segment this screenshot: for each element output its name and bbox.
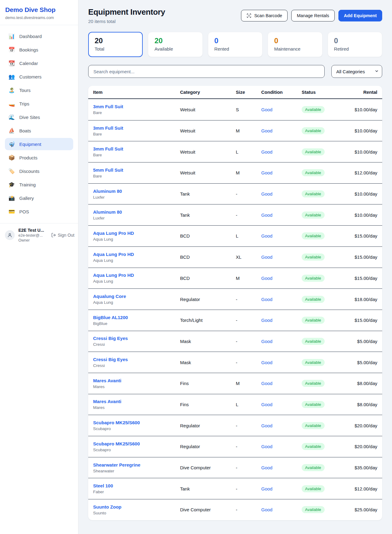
user-name: E2E Test U...: [18, 228, 47, 233]
sign-out-button[interactable]: Sign Out: [51, 233, 74, 238]
item-name-link[interactable]: Aluminum 80: [93, 209, 122, 215]
table-row: Aqua Lung Pro HD Aqua Lung BCD L Good Av…: [88, 225, 382, 246]
category-cell: Wetsuit: [180, 170, 236, 175]
size-cell: M: [236, 381, 261, 386]
status-cell: Available: [302, 254, 348, 261]
scan-barcode-button[interactable]: Scan Barcode: [241, 10, 288, 21]
nav-item-label: Customers: [19, 74, 42, 79]
size-cell: -: [236, 360, 261, 365]
item-name-link[interactable]: Aluminum 80: [93, 189, 122, 194]
item-brand: Scubapro: [93, 426, 180, 431]
brand-title[interactable]: Demo Dive Shop: [5, 6, 73, 13]
item-name-link[interactable]: Steel 100: [93, 483, 113, 488]
item-name-link[interactable]: Scubapro MK25/S600: [93, 420, 140, 425]
sidebar-item[interactable]: 📆 Calendar: [5, 57, 73, 69]
stat-card[interactable]: 20 Available: [148, 32, 202, 57]
item-name-link[interactable]: 3mm Full Suit: [93, 125, 123, 131]
manage-rentals-button[interactable]: Manage Rentals: [291, 10, 335, 21]
stat-card[interactable]: 0 Retired: [328, 32, 382, 57]
sidebar-item[interactable]: 📸 Gallery: [5, 192, 73, 204]
stat-card[interactable]: 0 Rented: [208, 32, 262, 57]
rental-cell: $5.00/day: [348, 360, 377, 365]
condition-cell: Good: [261, 339, 302, 344]
app-window: Demo Dive Shop demo.test.divestreams.com…: [0, 0, 392, 534]
condition-link[interactable]: Good: [261, 381, 273, 386]
condition-link[interactable]: Good: [261, 360, 273, 365]
condition-link[interactable]: Good: [261, 170, 273, 175]
item-name-link[interactable]: Cressi Big Eyes: [93, 357, 128, 362]
item-name-link[interactable]: Cressi Big Eyes: [93, 336, 128, 341]
stat-card[interactable]: 20 Total: [88, 32, 143, 57]
item-name-link[interactable]: Mares Avanti: [93, 378, 121, 383]
sidebar-item[interactable]: 🚤 Trips: [5, 97, 73, 110]
item-name-link[interactable]: 5mm Full Suit: [93, 167, 123, 173]
item-brand: Scubapro: [93, 448, 180, 452]
condition-link[interactable]: Good: [261, 233, 273, 238]
sidebar-item[interactable]: 💳 POS: [5, 205, 73, 218]
condition-link[interactable]: Good: [261, 254, 273, 260]
size-cell: -: [236, 486, 261, 491]
item-name-link[interactable]: Aqua Lung Pro HD: [93, 252, 134, 257]
nav-item-label: Tours: [19, 88, 31, 93]
item-name-link[interactable]: Mares Avanti: [93, 399, 121, 404]
condition-link[interactable]: Good: [261, 191, 273, 196]
size-cell: -: [236, 444, 261, 449]
condition-link[interactable]: Good: [261, 339, 273, 344]
status-badge: Available: [302, 254, 325, 261]
condition-link[interactable]: Good: [261, 297, 273, 302]
sidebar-item[interactable]: 👥 Customers: [5, 71, 73, 83]
condition-link[interactable]: Good: [261, 276, 273, 281]
scan-barcode-label: Scan Barcode: [254, 13, 282, 18]
status-cell: Available: [302, 127, 348, 134]
condition-link[interactable]: Good: [261, 465, 273, 470]
condition-link[interactable]: Good: [261, 318, 273, 323]
item-name-link[interactable]: Shearwater Peregrine: [93, 462, 140, 467]
sidebar-item[interactable]: 🤿 Equipment: [5, 138, 73, 150]
search-input[interactable]: [88, 65, 325, 78]
condition-link[interactable]: Good: [261, 402, 273, 407]
status-cell: Available: [302, 296, 348, 303]
status-cell: Available: [302, 106, 348, 113]
item-name-link[interactable]: Suunto Zoop: [93, 504, 121, 509]
sidebar-item[interactable]: 📊 Dashboard: [5, 30, 73, 42]
stat-card[interactable]: 0 Maintenance: [268, 32, 322, 57]
condition-cell: Good: [261, 233, 302, 238]
sidebar-item[interactable]: 📅 Bookings: [5, 44, 73, 56]
item-name-link[interactable]: 3mm Full Suit: [93, 146, 123, 151]
condition-link[interactable]: Good: [261, 128, 273, 133]
sidebar-item[interactable]: 🎓 Training: [5, 178, 73, 191]
condition-link[interactable]: Good: [261, 423, 273, 428]
nav-item-label: Calendar: [19, 61, 38, 66]
item-brand: Suunto: [93, 511, 180, 515]
table-row: Scubapro MK25/S600 Scubapro Regulator - …: [88, 436, 382, 457]
sidebar-item[interactable]: 🏝️ Tours: [5, 84, 73, 96]
sidebar-item[interactable]: 📦 Products: [5, 151, 73, 164]
item-name-link[interactable]: Aqualung Core: [93, 294, 126, 299]
sidebar-item[interactable]: 🌊 Dive Sites: [5, 111, 73, 123]
condition-link[interactable]: Good: [261, 486, 273, 491]
condition-link[interactable]: Good: [261, 107, 273, 112]
item-name-link[interactable]: Aqua Lung Pro HD: [93, 273, 134, 278]
table-row: Aluminum 80 Luxfer Tank - Good Available…: [88, 183, 382, 204]
sidebar-item[interactable]: 🏷️ Discounts: [5, 165, 73, 177]
item-name-link[interactable]: BigBlue AL1200: [93, 315, 128, 320]
item-cell: Steel 100 Faber: [93, 483, 180, 494]
nav-item-label: Bookings: [19, 47, 38, 52]
item-name-link[interactable]: Scubapro MK25/S600: [93, 441, 140, 446]
category-select[interactable]: All Categories: [331, 65, 382, 78]
condition-cell: Good: [261, 276, 302, 281]
size-cell: XL: [236, 254, 261, 260]
item-name-link[interactable]: Aqua Lung Pro HD: [93, 231, 134, 236]
add-equipment-button[interactable]: Add Equipment: [338, 10, 382, 21]
condition-link[interactable]: Good: [261, 149, 273, 154]
category-cell: Fins: [180, 402, 236, 407]
category-cell: Mask: [180, 339, 236, 344]
sidebar-item[interactable]: ⛵ Boats: [5, 124, 73, 137]
category-cell: Regulator: [180, 444, 236, 449]
nav-item-label: Dive Sites: [19, 115, 40, 120]
condition-link[interactable]: Good: [261, 444, 273, 449]
item-name-link[interactable]: 3mm Full Suit: [93, 104, 123, 109]
item-brand: Mares: [93, 384, 180, 389]
condition-link[interactable]: Good: [261, 507, 273, 512]
condition-link[interactable]: Good: [261, 212, 273, 218]
